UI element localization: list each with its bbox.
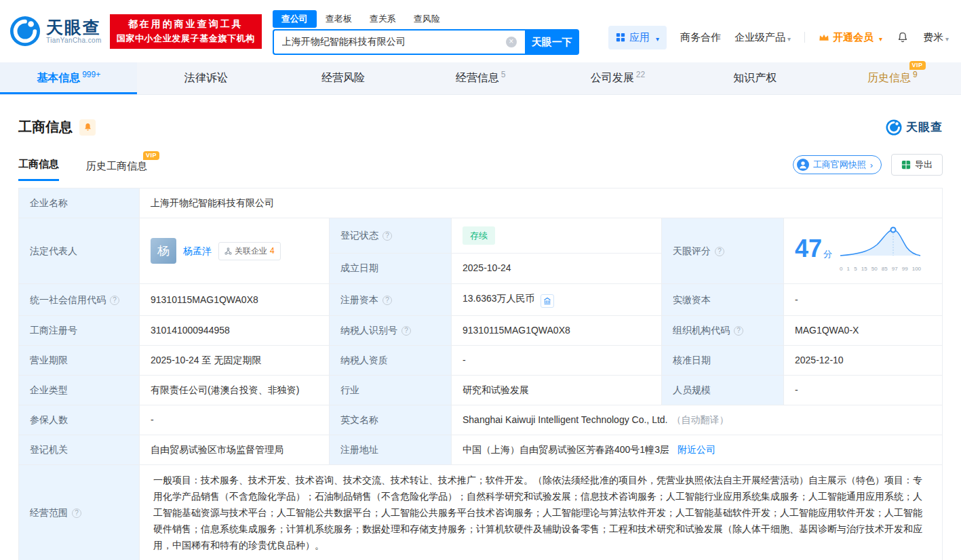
help-icon[interactable]: [383, 296, 392, 305]
logo-text: 天眼查 TianYanCha.com: [46, 18, 102, 43]
monitor-bell-icon[interactable]: [79, 119, 96, 136]
address-label: 注册地址: [330, 435, 452, 465]
label-text: 企业类型: [30, 384, 68, 395]
related-companies-tag[interactable]: 关联企业 4: [218, 242, 281, 260]
staff-size-label: 人员规模: [662, 376, 784, 405]
export-button[interactable]: 导出: [891, 154, 943, 176]
top-header: 天眼查 TianYanCha.com 都在用的商业查询工具 国家中小企业发展子基…: [0, 0, 961, 62]
search-button[interactable]: 天眼一下: [525, 29, 579, 55]
search-tab-relation[interactable]: 查关系: [361, 10, 405, 28]
nearby-companies-link[interactable]: 附近公司: [678, 444, 715, 455]
credit-code-value: 91310115MAG1QWA0X8: [140, 284, 330, 316]
tab-basic-info[interactable]: 基本信息 999+: [0, 62, 137, 94]
label-text: 成立日期: [340, 262, 378, 273]
company-name-label: 企业名称: [19, 188, 140, 218]
tab-label: 知识产权: [733, 71, 777, 85]
insured-num-value: -: [140, 405, 330, 435]
reg-authority-label: 登记机关: [19, 435, 140, 465]
search-tab-company[interactable]: 查公司: [273, 10, 317, 28]
label-text: 纳税人资质: [340, 355, 388, 365]
help-icon[interactable]: [401, 326, 411, 336]
apps-label: 应用: [629, 31, 650, 44]
tianyancha-logo-icon: [9, 16, 41, 47]
insured-num-label: 参保人数: [19, 405, 140, 435]
reg-no-label: 工商注册号: [19, 316, 140, 346]
taxpayer-qualification-value: -: [452, 346, 662, 376]
tab-legal-litigation[interactable]: 法律诉讼: [137, 62, 274, 94]
label-text: 行业: [340, 384, 359, 395]
chevron-down-icon: [877, 32, 882, 43]
tab-history-info[interactable]: 历史信息 9 VIP: [824, 62, 961, 94]
score-axis-ticks: 0 1 5 15 50 85 97 99 100: [839, 262, 922, 276]
subtab-label: 历史工商信息: [86, 160, 147, 172]
tab-badge: 999+: [82, 70, 100, 79]
tyc-score-value: 47分 0 1 5 15 50 85: [784, 218, 943, 284]
section-actions: 工商官网快照 导出: [793, 154, 943, 181]
tick: 15: [861, 262, 867, 276]
tianyancha-logo[interactable]: 天眼查 TianYanCha.com: [9, 16, 102, 47]
nav-enterprise-products[interactable]: 企业级产品: [734, 31, 791, 44]
help-icon[interactable]: [715, 247, 724, 256]
table-row: 统一社会信用代码 91310115MAG1QWA0X8 注册资本 13.6363…: [19, 284, 943, 316]
business-scope-label: 经营范围: [19, 465, 140, 560]
tab-label: 经营风险: [321, 71, 365, 85]
label-text: 企业名称: [30, 197, 68, 208]
help-icon[interactable]: [734, 326, 743, 336]
label-text: 实缴资本: [673, 294, 711, 305]
tick: 1: [847, 262, 850, 276]
nav-open-vip[interactable]: 开通会员: [819, 31, 882, 44]
company-nav-tabs: 基本信息 999+ 法律诉讼 经营风险 经营信息 5 公司发展 22 知识产权 …: [0, 62, 961, 95]
business-scope-value: 一般项目：技术服务、技术开发、技术咨询、技术交流、技术转让、技术推广；软件开发。…: [140, 465, 943, 560]
help-icon[interactable]: [110, 296, 119, 305]
search-tab-boss[interactable]: 查老板: [317, 10, 361, 28]
tab-label: 经营信息: [456, 71, 499, 85]
tab-label: 公司发展: [591, 71, 634, 85]
tab-intellectual-property[interactable]: 知识产权: [686, 62, 823, 94]
subtab-business-info[interactable]: 工商信息: [18, 158, 59, 181]
taxpayer-no-label: 纳税人识别号: [330, 316, 452, 346]
clear-icon[interactable]: [506, 37, 517, 47]
tick: 97: [892, 262, 898, 276]
tab-operation-risk[interactable]: 经营风险: [275, 62, 412, 94]
user-menu[interactable]: 费米: [923, 31, 949, 44]
subtab-history-business-info[interactable]: 历史工商信息 VIP: [86, 160, 147, 181]
establish-date-value: 2025-10-24: [452, 253, 662, 283]
tab-operation-info[interactable]: 经营信息 5: [412, 62, 549, 94]
tab-badge: 22: [636, 70, 645, 79]
help-icon[interactable]: [72, 508, 81, 518]
network-icon: [224, 247, 232, 255]
reg-no-value: 310141000944958: [140, 316, 330, 346]
search-input[interactable]: [273, 29, 525, 55]
official-snapshot-button[interactable]: 工商官网快照: [793, 155, 882, 174]
company-name-value: 上海开物纪智能科技有限公司: [140, 188, 943, 218]
capital-convert-icon[interactable]: [541, 294, 554, 308]
legal-rep-avatar[interactable]: 杨: [151, 238, 176, 264]
business-term-value: 2025-10-24 至 无固定期限: [140, 346, 330, 376]
english-name-label: 英文名称: [330, 405, 452, 435]
help-icon[interactable]: [383, 231, 392, 241]
notification-bell-icon[interactable]: [896, 31, 909, 44]
nav-business-cooperation[interactable]: 商务合作: [680, 31, 721, 44]
tick: 0: [840, 262, 842, 276]
search-tab-risk[interactable]: 查风险: [405, 10, 449, 28]
tick: 99: [902, 262, 908, 276]
approve-date-value: 2025-12-10: [784, 346, 943, 376]
label-text: 注册地址: [340, 444, 378, 455]
label-text: 统一社会信用代码: [30, 294, 106, 305]
legal-rep-name-link[interactable]: 杨孟洋: [183, 244, 212, 258]
score-number: 47分: [795, 241, 832, 261]
top-right-nav: 应用 商务合作 企业级产品 开通会员 费米: [608, 26, 949, 49]
tab-label: 法律诉讼: [184, 71, 228, 85]
label-text: 天眼评分: [673, 245, 711, 256]
score-curve-chart: 0 1 5 15 50 85 97 99 100: [839, 226, 922, 276]
org-code-label: 组织机构代码: [662, 316, 784, 346]
legal-rep-label: 法定代表人: [19, 218, 140, 284]
label-text: 工商注册号: [30, 325, 77, 336]
tab-label: 基本信息: [37, 71, 80, 85]
apps-button[interactable]: 应用: [608, 26, 667, 49]
company-type-label: 企业类型: [19, 376, 140, 405]
reg-capital-text: 13.6363万人民币: [463, 293, 535, 304]
tab-company-development[interactable]: 公司发展 22: [549, 62, 686, 94]
brand-domain: TianYanCha.com: [46, 37, 102, 44]
industry-value: 研究和试验发展: [452, 376, 662, 405]
